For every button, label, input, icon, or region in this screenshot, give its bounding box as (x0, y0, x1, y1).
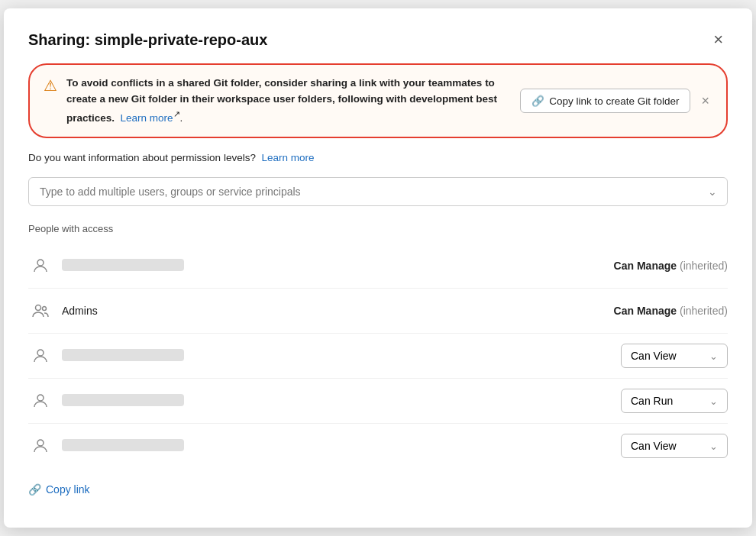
chevron-down-icon: ⌄ (709, 396, 718, 407)
person-icon (28, 253, 53, 278)
permission-learn-more-link[interactable]: Learn more (261, 152, 314, 163)
permission-right: Can Manage (inherited) (544, 260, 728, 272)
table-row: Admins Can Manage (inherited) (28, 289, 728, 334)
alert-inner: ⚠ To avoid conflicts in a shared Git fol… (44, 76, 506, 126)
chevron-down-icon: ⌄ (709, 350, 718, 362)
alert-actions: 🔗 Copy link to create Git folder × (520, 89, 712, 113)
permission-dropdown[interactable]: Can Run ⌄ (621, 389, 728, 413)
modal-header: Sharing: simple-private-repo-aux × (28, 30, 728, 50)
permission-dropdown[interactable]: Can View ⌄ (621, 344, 728, 368)
person-name-blurred (62, 394, 544, 408)
svg-point-0 (37, 260, 44, 266)
permission-right: Can View ⌄ (544, 344, 728, 368)
alert-learn-more-link[interactable]: Learn more (121, 111, 173, 123)
person-icon (28, 344, 53, 368)
table-row: Can Run ⌄ (28, 379, 728, 424)
svg-point-1 (36, 305, 41, 311)
link-icon: 🔗 (531, 95, 544, 107)
copy-git-folder-link-button[interactable]: 🔗 Copy link to create Git folder (520, 89, 690, 113)
person-name: Admins (62, 305, 544, 317)
dropdown-value: Can View (631, 350, 677, 362)
search-container: ⌄ (28, 177, 728, 206)
alert-text: To avoid conflicts in a shared Git folde… (66, 76, 506, 126)
permission-right: Can View ⌄ (544, 434, 728, 458)
person-icon (28, 389, 53, 413)
table-row: Can View ⌄ (28, 424, 728, 468)
copy-git-folder-label: Copy link to create Git folder (549, 95, 679, 107)
person-icon (28, 434, 53, 458)
dropdown-value: Can Run (631, 395, 673, 407)
permission-right: Can Manage (inherited) (544, 305, 728, 317)
table-row: Can View ⌄ (28, 334, 728, 379)
modal-title: Sharing: simple-private-repo-aux (28, 31, 267, 49)
sharing-modal: Sharing: simple-private-repo-aux × ⚠ To … (4, 8, 752, 528)
table-row: Can Manage (inherited) (28, 244, 728, 289)
permission-right: Can Run ⌄ (544, 389, 728, 413)
svg-point-4 (37, 395, 44, 401)
warning-icon: ⚠ (44, 76, 57, 95)
person-name-blurred (62, 439, 544, 454)
copy-link-label: Copy link (46, 483, 90, 496)
group-icon (28, 299, 53, 323)
copy-link-button[interactable]: 🔗 Copy link (28, 483, 90, 496)
svg-point-2 (43, 307, 47, 311)
person-name-blurred (62, 349, 544, 363)
people-with-access-label: People with access (28, 223, 728, 234)
alert-banner: ⚠ To avoid conflicts in a shared Git fol… (28, 63, 728, 138)
link-icon: 🔗 (28, 483, 41, 496)
dropdown-value: Can View (631, 440, 677, 452)
svg-point-5 (37, 440, 44, 446)
close-button[interactable]: × (709, 30, 728, 50)
people-list: Can Manage (inherited) Admins Can Manage… (28, 244, 728, 468)
permission-info: Do you want information about permission… (28, 152, 728, 163)
search-input[interactable] (28, 177, 728, 206)
person-name-blurred (62, 259, 544, 273)
permission-dropdown[interactable]: Can View ⌄ (621, 434, 728, 458)
svg-point-3 (37, 350, 44, 356)
external-link-icon: ↗ (173, 109, 180, 118)
permission-inherited: Can Manage (inherited) (614, 305, 728, 317)
chevron-down-icon: ⌄ (709, 441, 718, 452)
alert-close-button[interactable]: × (698, 94, 712, 108)
permission-info-text: Do you want information about permission… (28, 152, 256, 163)
permission-inherited: Can Manage (inherited) (614, 260, 728, 272)
